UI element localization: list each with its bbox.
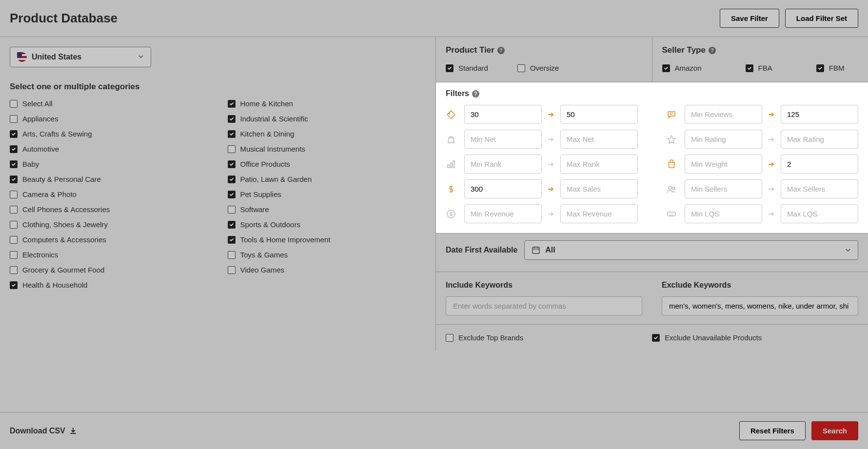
reset-filters-button[interactable]: Reset Filters [739, 421, 806, 440]
category-checkbox[interactable]: Musical Instruments [228, 145, 426, 153]
max-net-input[interactable] [560, 130, 638, 149]
min-lqs-input[interactable] [685, 204, 762, 223]
arrow-right-icon [547, 211, 555, 217]
checkbox-icon [10, 191, 18, 198]
category-checkbox[interactable]: Arts, Crafts & Sewing [10, 130, 208, 138]
category-checkbox[interactable]: Toys & Games [228, 251, 426, 259]
date-first-available-select[interactable]: All [524, 240, 858, 260]
category-checkbox[interactable]: Baby [10, 160, 208, 168]
checkbox-icon [228, 206, 236, 214]
checkbox-icon [228, 191, 236, 198]
category-checkbox[interactable]: Appliances [10, 115, 208, 123]
help-icon[interactable]: ? [497, 47, 505, 54]
chevron-down-icon [138, 53, 144, 61]
min-price-input[interactable] [464, 105, 542, 124]
category-checkbox[interactable]: Camera & Photo [10, 190, 208, 198]
checkbox-icon [10, 236, 18, 244]
checkbox-label: Automotive [22, 145, 59, 153]
page-title: Product Database [10, 11, 118, 26]
svg-rect-3 [451, 163, 452, 168]
category-checkbox[interactable]: Grocery & Gourmet Food [10, 266, 208, 274]
checkbox-label: Sports & Outdoors [240, 220, 300, 229]
chevron-down-icon [845, 247, 851, 253]
category-checkbox[interactable]: Computers & Accessories [10, 235, 208, 244]
checkbox-label: FBM [829, 64, 845, 72]
oversize-checkbox[interactable]: Oversize [517, 64, 559, 72]
min-net-input[interactable] [464, 130, 542, 149]
checkbox-label: Kitchen & Dining [240, 130, 295, 138]
standard-checkbox[interactable]: Standard [446, 64, 488, 72]
category-checkbox[interactable]: Office Products [228, 160, 426, 168]
max-lqs-input[interactable] [781, 204, 858, 223]
max-weight-input[interactable] [781, 155, 858, 174]
category-checkbox[interactable]: Video Games [228, 266, 426, 274]
select-all-checkbox[interactable]: Select All [10, 99, 208, 108]
min-revenue-input[interactable] [464, 204, 542, 223]
max-rating-input[interactable] [781, 130, 858, 149]
category-checkbox[interactable]: Sports & Outdoors [228, 220, 426, 229]
include-keywords-label: Include Keywords [446, 281, 642, 290]
include-keywords-input[interactable] [446, 296, 642, 315]
max-sales-input[interactable] [560, 179, 638, 198]
min-weight-input[interactable] [685, 155, 762, 174]
max-rank-input[interactable] [560, 155, 638, 174]
search-button[interactable]: Search [811, 421, 858, 440]
min-rating-input[interactable] [685, 130, 762, 149]
min-reviews-input[interactable] [685, 105, 762, 124]
category-checkbox[interactable]: Home & Kitchen [228, 99, 426, 108]
exclude-keywords-input[interactable] [662, 296, 858, 315]
category-checkbox[interactable]: Kitchen & Dining [228, 130, 426, 138]
filters-title: Filters [446, 89, 469, 98]
help-icon[interactable]: ? [709, 47, 716, 54]
category-checkbox[interactable]: Software [228, 205, 426, 214]
arrow-right-icon [547, 136, 555, 143]
date-first-available-label: Date First Available [446, 246, 517, 254]
exclude-top-brands-checkbox[interactable]: Exclude Top Brands [446, 333, 652, 342]
category-checkbox[interactable]: Pet Supplies [228, 190, 426, 198]
max-revenue-input[interactable] [560, 204, 638, 223]
category-checkbox[interactable]: Tools & Home Improvement [228, 235, 426, 244]
checkbox-label: Home & Kitchen [240, 99, 293, 108]
product-tier-title: Product Tier [446, 45, 494, 55]
min-sales-input[interactable] [464, 179, 542, 198]
max-reviews-input[interactable] [781, 105, 858, 124]
save-filter-button[interactable]: Save Filter [720, 9, 779, 28]
category-checkbox[interactable]: Patio, Lawn & Garden [228, 175, 426, 183]
checkbox-label: Select All [22, 99, 53, 108]
category-checkbox[interactable]: Automotive [10, 145, 208, 153]
download-csv-button[interactable]: Download CSV [10, 427, 77, 435]
revenue-icon [446, 209, 456, 219]
exclude-unavailable-checkbox[interactable]: Exclude Unavailable Products [652, 333, 858, 342]
checkbox-icon [10, 221, 18, 229]
help-icon[interactable]: ? [472, 90, 479, 98]
checkbox-label: Pet Supplies [240, 190, 281, 198]
category-checkbox[interactable]: Clothing, Shoes & Jewelry [10, 220, 208, 229]
checkbox-label: Camera & Photo [22, 190, 77, 198]
download-icon [69, 427, 77, 435]
country-select[interactable]: United States [10, 47, 151, 67]
max-sellers-input[interactable] [781, 179, 858, 198]
checkbox-label: Appliances [22, 115, 58, 123]
checkbox-label: Exclude Unavailable Products [665, 333, 762, 342]
checkbox-icon [662, 64, 670, 72]
category-checkbox[interactable]: Industrial & Scientific [228, 115, 426, 123]
categories-title: Select one or multiple categories [10, 82, 426, 92]
fbm-checkbox[interactable]: FBM [816, 64, 845, 72]
load-filter-set-button[interactable]: Load Filter Set [785, 9, 858, 28]
checkbox-label: Baby [22, 160, 39, 168]
checkbox-label: Cell Phones & Accessories [22, 205, 110, 214]
svg-rect-4 [453, 161, 454, 168]
checkbox-label: Musical Instruments [240, 145, 305, 153]
category-checkbox[interactable]: Health & Household [10, 281, 208, 289]
category-checkbox[interactable]: Electronics [10, 251, 208, 259]
min-sellers-input[interactable] [685, 179, 762, 198]
max-price-input[interactable] [560, 105, 638, 124]
amazon-checkbox[interactable]: Amazon [662, 64, 702, 72]
weight-icon [666, 159, 677, 170]
checkbox-label: Industrial & Scientific [240, 115, 308, 123]
checkbox-label: Amazon [675, 64, 702, 72]
min-rank-input[interactable] [464, 155, 542, 174]
category-checkbox[interactable]: Beauty & Personal Care [10, 175, 208, 183]
category-checkbox[interactable]: Cell Phones & Accessories [10, 205, 208, 214]
fba-checkbox[interactable]: FBA [746, 64, 772, 72]
